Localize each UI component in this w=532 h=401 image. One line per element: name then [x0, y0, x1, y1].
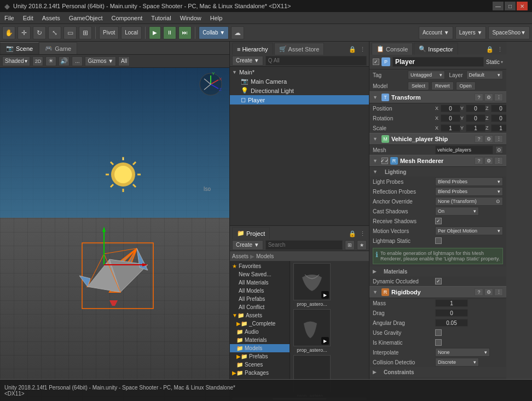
materials-row[interactable]: ▶ Materials	[369, 266, 506, 276]
menu-tutorial[interactable]: Tutorial	[147, 12, 175, 24]
cloud-button[interactable]: ☁	[231, 26, 244, 39]
rotation-z[interactable]	[491, 114, 506, 122]
menu-edit[interactable]: Edit	[19, 12, 38, 24]
breadcrumb-models[interactable]: Models	[256, 253, 274, 259]
open-button[interactable]: Open	[456, 82, 476, 90]
hierarchy-menu-btn[interactable]: ⋮	[358, 45, 367, 54]
inspector-tab[interactable]: 🔍 Inspector	[414, 43, 458, 55]
mass-input[interactable]	[435, 299, 468, 307]
menu-file[interactable]: File	[0, 12, 19, 24]
mesh-renderer-menu-btn[interactable]: ⋮	[494, 157, 503, 165]
complete-folder[interactable]: ▶📁 _Complete	[230, 319, 290, 328]
transform-help-btn[interactable]: ?	[475, 94, 483, 101]
interpolate-dropdown[interactable]: None ▾	[435, 348, 490, 357]
transform-header[interactable]: ▼ T Transform ? ⚙ ⋮	[369, 91, 506, 103]
2d-button[interactable]: 2D	[32, 56, 43, 66]
mesh-select-btn[interactable]: ⊙	[495, 146, 503, 154]
rotation-x[interactable]	[441, 114, 460, 122]
asset-play-1[interactable]: ▶	[321, 337, 329, 345]
position-x[interactable]	[441, 104, 460, 112]
transform-settings-btn[interactable]: ⚙	[484, 94, 493, 101]
hierarchy-item-camera[interactable]: 📷 Main Camera	[230, 77, 369, 86]
inspector-content[interactable]: P Static ▾ Tag Untagged ▾ Layer Default …	[369, 55, 506, 401]
minimize-button[interactable]: —	[493, 2, 504, 10]
collision-detection-dropdown[interactable]: Discrete ▾	[435, 358, 479, 367]
constraints-row[interactable]: ▶ Constraints	[369, 367, 506, 377]
motion-vectors-dropdown[interactable]: Per Object Motion ▾	[435, 226, 503, 235]
mesh-filter-settings-btn[interactable]: ⚙	[484, 135, 493, 143]
hierarchy-tab[interactable]: ≡ Hierarchy	[232, 43, 273, 55]
is-kinematic-checkbox[interactable]	[435, 339, 442, 346]
layers-button[interactable]: Layers ▼	[455, 26, 487, 39]
fav-all-models[interactable]: All Models	[230, 287, 290, 295]
menu-gameobject[interactable]: GameObject	[65, 12, 107, 24]
project-search[interactable]	[265, 240, 343, 250]
project-lock-btn[interactable]: 🔒	[348, 229, 357, 238]
transform-tool[interactable]: ⊞	[79, 26, 92, 39]
menu-component[interactable]: Component	[107, 12, 147, 24]
fav-all-prefabs[interactable]: All Prefabs	[230, 295, 290, 303]
close-button[interactable]: ✕	[517, 2, 528, 10]
rotation-y[interactable]	[466, 114, 485, 122]
mesh-renderer-active[interactable]: ✓	[381, 158, 388, 164]
rotate-tool[interactable]: ↻	[33, 26, 46, 39]
cast-shadows-dropdown[interactable]: On ▾	[435, 207, 479, 216]
scale-x[interactable]	[441, 124, 460, 132]
local-button[interactable]: Local	[121, 26, 142, 39]
anchor-override-dropdown[interactable]: None (Transform) ⊙	[435, 197, 503, 206]
fav-all-materials[interactable]: All Materials	[230, 278, 290, 287]
asset-item-1[interactable]: ▶ prop_astero...	[292, 309, 332, 353]
drag-input[interactable]	[435, 309, 468, 317]
hierarchy-item-player[interactable]: ◻ Player	[230, 95, 369, 104]
audio-folder[interactable]: 📁 Audio	[230, 328, 290, 336]
mesh-filter-menu-btn[interactable]: ⋮	[494, 135, 503, 143]
receive-shadows-checkbox[interactable]	[435, 218, 442, 224]
breadcrumb-assets[interactable]: Assets	[232, 253, 248, 259]
lighting-button[interactable]: ☀	[45, 56, 56, 66]
angular-drag-input[interactable]	[435, 319, 468, 327]
play-button[interactable]: ▶	[149, 26, 161, 39]
mesh-renderer-header[interactable]: ▼ ✓ R Mesh Renderer ? ⚙ ⋮	[369, 155, 506, 167]
select-button[interactable]: Select	[408, 82, 429, 90]
layout-button[interactable]: SpaceShoo▼	[488, 26, 530, 39]
account-button[interactable]: Account ▼	[419, 26, 453, 39]
prefabs-folder[interactable]: ▶📁 Prefabs	[230, 352, 290, 361]
project-tab[interactable]: 📁 Project	[232, 227, 270, 239]
pivot-button[interactable]: Pivot	[99, 26, 119, 39]
move-tool[interactable]: ✛	[18, 26, 31, 39]
search-field[interactable]: All	[118, 56, 130, 66]
mesh-renderer-help-btn[interactable]: ?	[475, 157, 483, 165]
project-assets[interactable]: ▶ prop_astero...	[290, 261, 369, 397]
collab-button[interactable]: Collab ▼	[199, 26, 229, 39]
gizmos-dropdown[interactable]: Gizmos ▼	[85, 56, 116, 66]
scale-tool[interactable]: ⤡	[48, 26, 61, 39]
revert-button[interactable]: Revert	[431, 82, 454, 90]
scenes-folder[interactable]: 📁 Scenes	[230, 361, 290, 369]
asset-store-tab[interactable]: 🛒 Asset Store	[274, 43, 325, 55]
hierarchy-content[interactable]: ▼ Main* 📷 Main Camera 💡 Directional Ligh…	[230, 67, 369, 225]
reflection-probes-dropdown[interactable]: Blend Probes ▾	[435, 187, 503, 196]
game-tab[interactable]: 🎮 Game	[39, 42, 77, 54]
assets-root[interactable]: ▼📁 Assets	[230, 311, 290, 319]
rigidbody-help-btn[interactable]: ?	[475, 288, 483, 296]
project-filter-btn[interactable]: ⊞	[345, 240, 355, 250]
menu-help[interactable]: Help	[206, 12, 227, 24]
transform-menu-btn[interactable]: ⋮	[494, 94, 503, 101]
mesh-filter-help-btn[interactable]: ?	[475, 135, 483, 143]
hand-tool[interactable]: ✋	[2, 26, 15, 39]
light-probes-dropdown[interactable]: Blend Probes ▾	[435, 177, 503, 186]
step-button[interactable]: ⏭	[178, 26, 192, 39]
mesh-renderer-settings-btn[interactable]: ⚙	[484, 157, 493, 165]
maximize-button[interactable]: □	[505, 2, 516, 10]
rect-tool[interactable]: ▭	[63, 26, 77, 39]
project-create-btn[interactable]: Create ▼	[232, 240, 263, 250]
hierarchy-lock-btn[interactable]: 🔒	[348, 45, 357, 54]
fav-new-saved[interactable]: New Saved...	[230, 270, 290, 278]
menu-window[interactable]: Window	[176, 12, 206, 24]
rigidbody-menu-btn[interactable]: ⋮	[494, 288, 503, 296]
mesh-filter-header[interactable]: ▼ M Vehicle_player Ship ? ⚙ ⋮	[369, 133, 506, 145]
fx-button[interactable]: ...	[72, 56, 83, 66]
shading-dropdown[interactable]: Shaded ▾	[2, 56, 30, 66]
pause-button[interactable]: ⏸	[163, 26, 176, 39]
dynamic-occluded-checkbox[interactable]	[435, 278, 442, 284]
